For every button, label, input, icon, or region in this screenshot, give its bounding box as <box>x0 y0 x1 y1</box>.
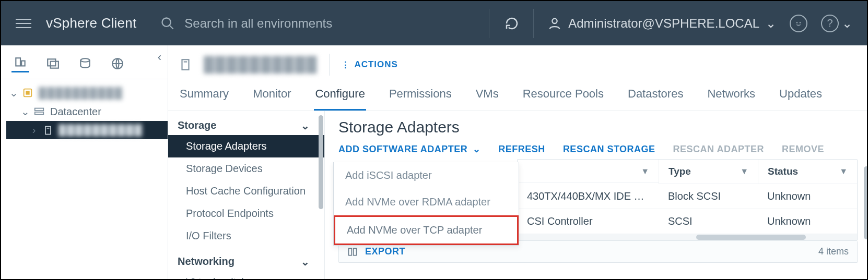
user-label: Administrator@VSPHERE.LOCAL <box>568 16 759 31</box>
help-icon: ? <box>821 15 839 32</box>
chevron-down-icon: ⌄ <box>301 255 310 268</box>
object-tabs: Summary Monitor Configure Permissions VM… <box>168 82 867 111</box>
svg-rect-20 <box>354 248 357 255</box>
refresh-button[interactable]: REFRESH <box>498 144 545 155</box>
tree-node-vcenter[interactable]: ⌄ ██████████ <box>6 83 168 102</box>
config-section-networking[interactable]: Networking ⌄ <box>168 247 324 271</box>
svg-point-0 <box>162 18 171 26</box>
inventory-tab-storage[interactable] <box>76 55 94 72</box>
tab-permissions[interactable]: Permissions <box>388 82 453 111</box>
collapse-inventory-icon[interactable]: ‹ <box>158 51 161 64</box>
object-header: ██████████ ⋮ ACTIONS <box>168 45 867 82</box>
tab-vms[interactable]: VMs <box>475 82 500 111</box>
chevron-down-icon: ⌄ <box>21 105 28 118</box>
host-icon <box>179 57 192 72</box>
global-search[interactable] <box>160 16 474 31</box>
datacenter-icon <box>33 106 45 117</box>
inventory-panel: ‹ ⌄ ██████████ ⌄ Datac <box>1 45 168 279</box>
scrollbar-thumb[interactable] <box>864 166 868 239</box>
divider <box>489 9 489 38</box>
inventory-tab-vms[interactable] <box>44 55 62 72</box>
main-panel: ██████████ ⋮ ACTIONS Summary Monitor Con… <box>168 45 867 279</box>
adapters-table: ▼ Type ▼ Status ▼ 430TX/440BX/MX IDE Con… <box>517 159 858 241</box>
config-item-storage-adapters[interactable]: Storage Adapters <box>168 135 324 157</box>
config-item-host-cache[interactable]: Host Cache Configuration <box>168 180 324 202</box>
toolbar: ADD SOFTWARE ADAPTER ⌄ REFRESH RESCAN ST… <box>338 143 858 155</box>
tab-monitor[interactable]: Monitor <box>252 82 292 111</box>
tree-label: ██████████ <box>39 87 123 99</box>
filter-icon[interactable]: ▼ <box>641 167 649 176</box>
table-row[interactable]: 430TX/440BX/MX IDE Controll... Block SCS… <box>518 184 857 209</box>
tab-networks[interactable]: Networks <box>706 82 756 111</box>
table-row[interactable]: CSI Controller SCSI Unknown <box>518 209 857 234</box>
item-count: 4 items <box>818 246 849 257</box>
filter-icon[interactable]: ▼ <box>740 167 748 176</box>
tree-label: Datacenter <box>50 106 101 118</box>
divider <box>533 9 534 38</box>
column-header-type[interactable]: Type ▼ <box>659 160 758 184</box>
help-menu[interactable]: ? ⌄ <box>821 15 852 32</box>
column-header-status[interactable]: Status ▼ <box>758 160 857 184</box>
svg-rect-13 <box>35 108 44 111</box>
config-item-io-filters[interactable]: I/O Filters <box>168 225 324 247</box>
svg-rect-5 <box>16 58 20 66</box>
config-item-virtual-switches[interactable]: Virtual switches <box>168 271 324 279</box>
svg-point-3 <box>796 22 797 23</box>
tree-node-host[interactable]: › ██████████ <box>6 121 168 139</box>
config-section-storage[interactable]: Storage ⌄ <box>168 111 324 135</box>
chevron-down-icon: ⌄ <box>766 16 776 31</box>
chevron-down-icon: ⌄ <box>842 16 852 31</box>
feedback-icon[interactable] <box>790 15 807 32</box>
actions-menu[interactable]: ⋮ ACTIONS <box>341 59 398 70</box>
scrollbar-thumb[interactable] <box>696 235 806 240</box>
tab-datastores[interactable]: Datastores <box>627 82 684 111</box>
chevron-down-icon: ⌄ <box>9 87 17 99</box>
rescan-storage-button[interactable]: RESCAN STORAGE <box>563 144 655 155</box>
table-header: ▼ Type ▼ Status ▼ <box>518 160 857 184</box>
svg-point-4 <box>800 22 801 23</box>
tab-resource-pools[interactable]: Resource Pools <box>522 82 605 111</box>
menu-icon[interactable] <box>16 19 31 28</box>
chevron-down-icon: ⌄ <box>301 119 310 132</box>
section-title: Networking <box>178 255 234 268</box>
rescan-adapter-button: RESCAN ADAPTER <box>673 144 764 155</box>
inventory-tab-networking[interactable] <box>109 55 126 72</box>
svg-rect-8 <box>51 62 58 68</box>
tab-summary[interactable]: Summary <box>179 82 230 111</box>
horizontal-scrollbar[interactable] <box>518 234 857 240</box>
cell: Unknown <box>758 184 857 209</box>
topbar-right: Administrator@VSPHERE.LOCAL ⌄ ? ⌄ <box>504 9 852 38</box>
tree-label: ██████████ <box>58 124 143 136</box>
filter-icon[interactable]: ▼ <box>839 167 848 176</box>
config-item-protocol-endpoints[interactable]: Protocol Endpoints <box>168 202 324 225</box>
svg-rect-17 <box>182 59 189 70</box>
cell: CSI Controller <box>518 209 659 234</box>
scrollbar-thumb[interactable] <box>319 115 323 209</box>
svg-rect-12 <box>26 91 29 94</box>
topbar: vSphere Client Administrator@VSPHERE.LOC… <box>1 1 867 45</box>
cell: Block SCSI <box>659 184 758 209</box>
dropdown-item-nvme-rdma[interactable]: Add NVMe over RDMA adapter <box>334 189 519 215</box>
tab-updates[interactable]: Updates <box>778 82 823 111</box>
refresh-icon[interactable] <box>504 16 520 31</box>
inventory-tab-hosts[interactable] <box>11 55 29 72</box>
svg-point-2 <box>553 18 557 23</box>
svg-rect-15 <box>45 126 51 134</box>
section-title: Storage <box>178 119 216 132</box>
config-item-storage-devices[interactable]: Storage Devices <box>168 157 324 180</box>
search-input[interactable] <box>184 16 404 31</box>
user-menu[interactable]: Administrator@VSPHERE.LOCAL ⌄ <box>547 16 776 31</box>
user-icon <box>547 16 562 31</box>
config-items-storage: Storage Adapters Storage Devices Host Ca… <box>168 135 324 247</box>
chevron-down-icon: ⌄ <box>470 144 480 154</box>
storage-adapters-pane: Storage Adapters ADD SOFTWARE ADAPTER ⌄ … <box>325 111 867 279</box>
dropdown-item-iscsi[interactable]: Add iSCSI adapter <box>334 162 519 189</box>
columns-icon[interactable] <box>347 247 358 257</box>
add-software-adapter-button[interactable]: ADD SOFTWARE ADAPTER ⌄ <box>338 143 480 155</box>
dropdown-item-nvme-tcp[interactable]: Add NVMe over TCP adapter <box>334 215 519 245</box>
export-button[interactable]: EXPORT <box>365 246 405 257</box>
tree-node-datacenter[interactable]: ⌄ Datacenter <box>6 102 168 121</box>
tab-configure[interactable]: Configure <box>314 82 366 111</box>
column-header[interactable]: ▼ <box>518 161 659 183</box>
vcenter-icon <box>22 87 33 99</box>
